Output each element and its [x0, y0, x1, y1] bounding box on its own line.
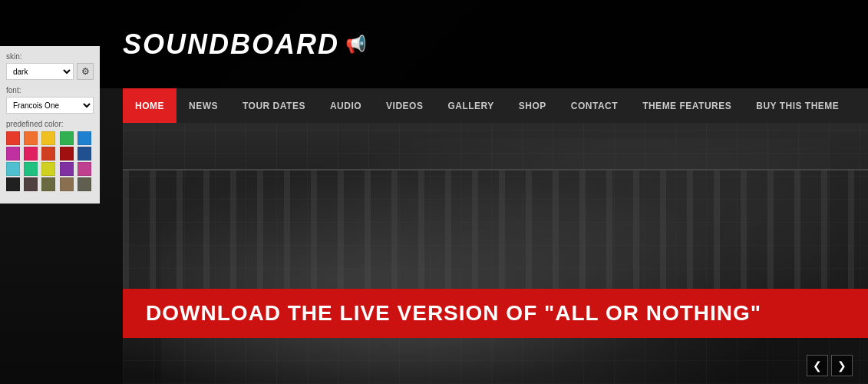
logo-text: SOUNDBOARD [123, 28, 339, 61]
logo-icon: 📢 [345, 35, 366, 55]
nav-item-home[interactable]: HOME [123, 88, 177, 123]
prev-arrow[interactable]: ❮ [807, 355, 828, 376]
skin-label: skin: [6, 52, 94, 61]
nav-item-videos[interactable]: VIDEOS [374, 88, 435, 123]
color-grid [6, 131, 94, 191]
color-swatch-2[interactable] [41, 131, 55, 145]
logo[interactable]: SOUNDBOARD 📢 [123, 28, 366, 61]
color-swatch-6[interactable] [24, 147, 38, 161]
nav-item-gallery[interactable]: GALLERY [435, 88, 506, 123]
color-swatch-0[interactable] [6, 131, 20, 145]
nav-item-theme-features[interactable]: THEME FEATURES [630, 88, 744, 123]
color-swatch-18[interactable] [60, 177, 74, 191]
font-select[interactable]: Francois One Roboto Open Sans [6, 97, 94, 114]
hero-image [123, 123, 868, 384]
color-swatch-1[interactable] [24, 131, 38, 145]
nav-item-buy-this-theme[interactable]: BUY THIS THEME [744, 88, 851, 123]
color-swatch-9[interactable] [78, 147, 91, 161]
color-row: predefined color: [6, 120, 94, 191]
skin-row: skin: dark light ⚙ [6, 52, 94, 80]
color-swatch-12[interactable] [41, 162, 55, 176]
nav-item-news[interactable]: NEWS [177, 88, 230, 123]
nav-item-contact[interactable]: CONTACT [559, 88, 630, 123]
main-content: DOWNLOAD THE LIVE VERSION OF "ALL OR NOT… [123, 123, 868, 384]
nav-item-shop[interactable]: SHOP [507, 88, 559, 123]
navbar: HOMENEWSTOUR DATESAUDIOVIDEOSGALLERYSHOP… [123, 88, 868, 123]
nav-item-tour-dates[interactable]: TOUR DATES [230, 88, 318, 123]
color-swatch-5[interactable] [6, 147, 20, 161]
top-header: SOUNDBOARD 📢 [0, 0, 868, 88]
color-swatch-17[interactable] [41, 177, 55, 191]
slider-controls: ❮ ❯ [807, 355, 853, 376]
color-swatch-10[interactable] [6, 162, 20, 176]
font-row: font: Francois One Roboto Open Sans [6, 86, 94, 114]
color-swatch-3[interactable] [60, 131, 74, 145]
color-swatch-4[interactable] [78, 131, 91, 145]
color-swatch-7[interactable] [41, 147, 55, 161]
color-swatch-11[interactable] [24, 162, 38, 176]
color-swatch-15[interactable] [6, 177, 20, 191]
color-swatch-19[interactable] [78, 177, 91, 191]
font-label: font: [6, 86, 94, 94]
skin-select[interactable]: dark light [6, 63, 74, 80]
color-swatch-8[interactable] [60, 147, 74, 161]
customizer-panel: skin: dark light ⚙ font: Francois One Ro… [0, 46, 100, 204]
nav-item-audio[interactable]: AUDIO [318, 88, 374, 123]
next-arrow[interactable]: ❯ [831, 355, 853, 376]
gear-button[interactable]: ⚙ [77, 63, 94, 80]
color-swatch-16[interactable] [24, 177, 38, 191]
cta-banner[interactable]: DOWNLOAD THE LIVE VERSION OF "ALL OR NOT… [123, 289, 868, 338]
color-swatch-13[interactable] [60, 162, 74, 176]
cta-text: DOWNLOAD THE LIVE VERSION OF "ALL OR NOT… [146, 301, 761, 325]
color-swatch-14[interactable] [78, 162, 91, 176]
color-label: predefined color: [6, 120, 94, 128]
